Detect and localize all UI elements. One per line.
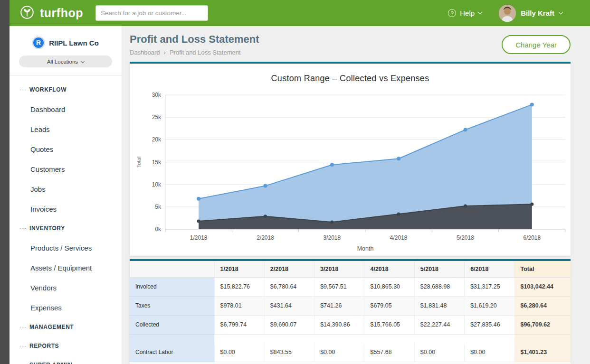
- sidebar-item-products-services[interactable]: Products / Services: [10, 238, 122, 258]
- x-tick-label: 6/2018: [523, 234, 541, 241]
- window-chrome-strip: [0, 0, 10, 364]
- sidebar-section-inventory[interactable]: INVENTORY: [10, 219, 122, 238]
- cell-collected-3-2018: $14,390.86: [314, 315, 364, 334]
- sidebar-section-management[interactable]: MANAGEMENT: [10, 317, 122, 336]
- x-tick-label: 1/2018: [190, 234, 208, 241]
- sidebar-item-jobs[interactable]: Jobs: [10, 179, 122, 199]
- topbar-right: ? Help Billy Kraft: [448, 5, 590, 22]
- expenses-point-6-2018[interactable]: [530, 203, 533, 206]
- table-section-spacer: [130, 334, 571, 343]
- table-row-collected: Collected$6,799.74$9,690.07$14,390.86$15…: [130, 315, 571, 334]
- column-header-4-2018: 4/2018: [364, 261, 414, 277]
- cell-taxes-4-2018: $679.05: [364, 296, 414, 315]
- user-menu[interactable]: Billy Kraft: [499, 5, 562, 22]
- company-header: R RIIPL Lawn Co: [10, 37, 122, 49]
- help-label: Help: [460, 9, 475, 17]
- cell-contract-labor-4-2018: $557.68: [364, 343, 414, 362]
- y-tick-label: 15k: [152, 159, 162, 166]
- collected-point-3-2018[interactable]: [330, 163, 334, 167]
- sidebar-item-dashboard[interactable]: Dashboard: [10, 99, 122, 119]
- column-header-5-2018: 5/2018: [414, 261, 464, 277]
- cell-collected-1-2018: $6,799.74: [214, 315, 264, 334]
- tree-dash-icon: [20, 90, 26, 90]
- expenses-point-1-2018[interactable]: [197, 220, 200, 223]
- total-taxes: $6,280.64: [514, 296, 571, 315]
- x-tick-label: 2/2018: [257, 234, 274, 241]
- collected-point-5-2018[interactable]: [464, 128, 467, 131]
- sidebar-item-assets-equipment[interactable]: Assets / Equipment: [10, 258, 122, 278]
- company-name: RIIPL Lawn Co: [49, 39, 99, 47]
- y-tick-label: 5k: [155, 204, 162, 210]
- cell-taxes-5-2018: $1,831.48: [414, 296, 464, 315]
- total-contract-labor: $1,401.23: [514, 343, 571, 362]
- sidebar: R RIIPL Lawn Co All Locations WORKFLOWDa…: [10, 26, 122, 364]
- table-row-invoiced: Invoiced$15,822.76$6,780.64$9,567.51$10,…: [130, 277, 571, 296]
- cell-invoiced-6-2018: $31,317.25: [465, 277, 514, 296]
- sidebar-nav: WORKFLOWDashboardLeadsQuotesCustomersJob…: [10, 80, 122, 364]
- collected-point-2-2018[interactable]: [264, 184, 267, 188]
- spacer-total-cell: [514, 334, 571, 343]
- column-header-2-2018: 2/2018: [264, 261, 314, 277]
- cell-invoiced-4-2018: $10,865.30: [364, 277, 414, 296]
- app-root: turfhop ? Help Billy Kraft: [10, 0, 590, 364]
- breadcrumb: Dashboard › Profit and Loss Statement: [130, 49, 259, 56]
- sidebar-section-reports[interactable]: REPORTS: [10, 336, 122, 355]
- location-selector[interactable]: All Locations: [19, 56, 112, 67]
- cell-taxes-6-2018: $1,619.20: [465, 296, 514, 315]
- cell-collected-5-2018: $22,227.44: [414, 315, 464, 334]
- cell-contract-labor-1-2018: $0.00: [214, 343, 264, 362]
- column-header-1-2018: 1/2018: [214, 261, 264, 277]
- user-avatar: [499, 5, 516, 22]
- column-header-6-2018: 6/2018: [465, 261, 514, 277]
- collected-point-1-2018[interactable]: [197, 197, 200, 201]
- x-tick-label: 5/2018: [457, 234, 474, 241]
- page-head: Profit and Loss Statement Dashboard › Pr…: [130, 33, 571, 56]
- change-year-button[interactable]: Change Year: [502, 35, 571, 54]
- user-name: Billy Kraft: [521, 9, 554, 17]
- cell-taxes-1-2018: $978.01: [214, 296, 264, 315]
- table-row-taxes: Taxes$978.01$431.64$741.26$679.05$1,831.…: [130, 296, 571, 315]
- sidebar-section-super-admin[interactable]: SUPER ADMIN: [10, 355, 122, 364]
- sidebar-item-customers[interactable]: Customers: [10, 159, 122, 179]
- cell-contract-labor-3-2018: $0.00: [314, 343, 364, 362]
- turfhop-logo[interactable]: turfhop: [19, 4, 83, 22]
- column-header-total: Total: [514, 261, 571, 277]
- brand-name: turfhop: [40, 6, 83, 20]
- cell-invoiced-5-2018: $28,688.98: [414, 277, 464, 296]
- chart-card: Custom Range – Collected vs Expenses 0k5…: [130, 62, 571, 256]
- sidebar-item-quotes[interactable]: Quotes: [10, 139, 122, 159]
- row-label-contract-labor: Contract Labor: [130, 343, 214, 362]
- help-icon: ?: [448, 9, 456, 17]
- help-button[interactable]: ? Help: [448, 9, 482, 17]
- breadcrumb-dashboard[interactable]: Dashboard: [130, 49, 160, 56]
- sidebar-section-workflow[interactable]: WORKFLOW: [10, 80, 122, 99]
- expenses-point-3-2018[interactable]: [330, 220, 333, 224]
- turfhop-leaf-icon: [19, 4, 35, 22]
- location-selector-label: All Locations: [47, 59, 78, 65]
- cell-invoiced-1-2018: $15,822.76: [214, 277, 264, 296]
- sidebar-section-label: WORKFLOW: [29, 86, 67, 93]
- expenses-point-4-2018[interactable]: [397, 212, 400, 215]
- sidebar-item-vendors[interactable]: Vendors: [10, 278, 122, 298]
- expenses-point-5-2018[interactable]: [464, 204, 467, 207]
- chart-title: Custom Range – Collected vs Expenses: [130, 74, 571, 84]
- sidebar-item-expenses[interactable]: Expenses: [10, 298, 122, 317]
- collected-point-6-2018[interactable]: [530, 103, 534, 106]
- search-input[interactable]: [95, 5, 208, 21]
- tree-dash-icon: [20, 228, 26, 229]
- cell-contract-labor-2-2018: $843.55: [264, 343, 314, 362]
- sidebar-item-invoices[interactable]: Invoices: [10, 199, 122, 219]
- tree-dash-icon: [20, 327, 26, 327]
- total-collected: $96,709.62: [514, 315, 571, 334]
- y-tick-label: 25k: [152, 114, 162, 121]
- cell-taxes-2-2018: $431.64: [264, 296, 314, 315]
- y-tick-label: 10k: [152, 181, 162, 188]
- expenses-point-2-2018[interactable]: [264, 215, 267, 218]
- pl-table: 1/20182/20183/20184/20185/20186/2018Tota…: [130, 261, 571, 362]
- chevron-down-icon: [81, 59, 85, 63]
- main-content: Profit and Loss Statement Dashboard › Pr…: [122, 26, 590, 364]
- cell-invoiced-2-2018: $6,780.64: [264, 277, 314, 296]
- cell-taxes-3-2018: $741.26: [314, 296, 364, 315]
- collected-point-4-2018[interactable]: [397, 157, 400, 160]
- sidebar-item-leads[interactable]: Leads: [10, 119, 122, 139]
